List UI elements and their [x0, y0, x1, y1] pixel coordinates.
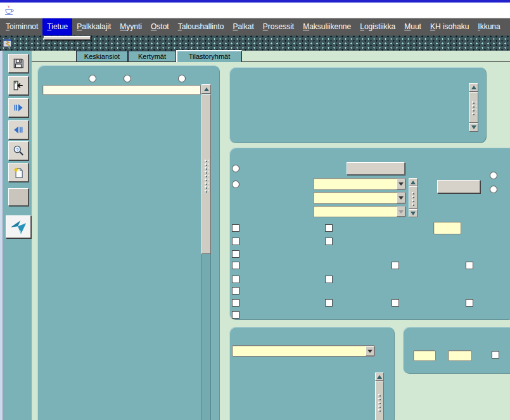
chevron-down-icon	[398, 210, 404, 216]
ilmoitus-select[interactable]	[232, 345, 375, 357]
valitse-palkkalajit-button[interactable]	[347, 162, 405, 175]
arvo-radio-1[interactable]	[490, 172, 497, 179]
previous-record-button[interactable]	[8, 120, 29, 139]
yhteissummaan-3-checkbox[interactable]	[325, 276, 333, 283]
luokka-scroll-up-button[interactable]	[409, 178, 418, 186]
palkkalajiluokat-radio[interactable]	[232, 181, 239, 188]
menubar-item[interactable]: Ikkuna	[473, 18, 504, 35]
new-record-button[interactable]	[8, 163, 29, 182]
tab-kertymät[interactable]: Kertymät	[128, 51, 176, 61]
search-button[interactable]: ?	[8, 141, 29, 160]
menubar-item[interactable]: Palkat	[228, 18, 258, 35]
dropdown-button[interactable]	[366, 346, 374, 356]
jarjestys-input[interactable]	[433, 222, 461, 234]
valitut-palkkalajit-radio[interactable]	[232, 165, 239, 172]
exit-button[interactable]	[8, 76, 29, 95]
luokka-select-2[interactable]	[313, 192, 406, 204]
magnifier-question-icon: ?	[13, 145, 24, 156]
tab-strip-baseline	[32, 61, 510, 62]
tilastoryhma-panel	[229, 148, 510, 320]
menubar-item[interactable]: Muut	[400, 18, 426, 35]
menubar-item[interactable]: Taloushallinto	[174, 18, 229, 35]
palkkatodistuksessa-checkbox[interactable]	[232, 287, 239, 295]
p-button[interactable]	[8, 188, 29, 206]
arrow-down-icon	[411, 212, 416, 215]
arrow-left-icon	[13, 124, 24, 136]
next-record-button[interactable]	[8, 98, 29, 117]
arvo-radio-2[interactable]	[490, 186, 497, 193]
luokka-select-3[interactable]	[313, 206, 406, 217]
palkkalaji-list-panel	[37, 65, 220, 420]
tulorekisteri-checkbox[interactable]	[232, 311, 239, 319]
menubar-item[interactable]: KH isohaku	[426, 18, 473, 35]
exit-door-icon	[13, 80, 24, 91]
filter-radio-kaikki[interactable]	[89, 75, 96, 82]
arrow-up-icon	[377, 375, 382, 379]
palkkatapahtumat-2-checkbox[interactable]	[392, 299, 399, 307]
menubar-item[interactable]: Ostot	[146, 18, 174, 35]
chevron-down-icon	[367, 350, 373, 355]
rajaaminen-checkbox[interactable]	[492, 351, 499, 359]
valvontailmoituksessa-checkbox[interactable]	[232, 262, 239, 269]
scrollbar-grip	[377, 393, 382, 412]
visma-logo-button[interactable]	[6, 215, 31, 238]
yhteissummaan-1-checkbox[interactable]	[325, 224, 333, 232]
menubar-item[interactable]: Prosessit	[258, 18, 298, 35]
arrow-up-icon	[471, 86, 476, 89]
menubar-item[interactable]: Maksuliikenne	[298, 18, 355, 35]
list-search-input[interactable]	[42, 85, 201, 95]
tan-maksut-2-checkbox[interactable]	[466, 299, 473, 307]
menubar-item[interactable]: Logistiikka	[355, 18, 400, 35]
selite-panel	[229, 67, 487, 143]
screen: Toiminnot Tietue Palkkalajit Myynti Osto…	[0, 0, 510, 420]
nuorin-input[interactable]	[413, 350, 436, 361]
selite-scrollbar-thumb[interactable]	[469, 92, 478, 123]
list-scrollbar-thumb[interactable]	[201, 94, 211, 254]
filter-radio-muut[interactable]	[178, 75, 186, 82]
dropdown-button[interactable]	[397, 207, 405, 217]
dropdown-button[interactable]	[397, 193, 405, 203]
luokka-select-1[interactable]	[313, 178, 406, 190]
vanhin-input[interactable]	[448, 350, 472, 361]
list-scroll-up-button[interactable]	[201, 84, 211, 94]
selite-scroll-up-button[interactable]	[469, 83, 478, 92]
tan-maksut-1-checkbox[interactable]	[466, 262, 473, 269]
arrow-down-icon	[471, 125, 476, 129]
ilmoitus-scroll-up-button[interactable]	[375, 372, 384, 381]
rajaaminen-panel	[403, 327, 510, 374]
luokka-scrollbar-thumb[interactable]	[409, 186, 418, 209]
form-window-icon	[3, 38, 13, 48]
palkkatapahtumat-1-checkbox[interactable]	[392, 262, 399, 269]
menubar: Toiminnot Tietue Palkkalajit Myynti Osto…	[0, 18, 510, 35]
new-document-icon	[13, 167, 24, 178]
menubar-item[interactable]: Tietue	[42, 18, 72, 35]
java-icon	[4, 5, 14, 15]
floppy-icon	[13, 58, 24, 69]
filter-radio-tulorekisteri[interactable]	[124, 75, 131, 82]
menubar-item[interactable]: Myynti	[115, 18, 146, 35]
tab-tilastoryhmät[interactable]: Tilastoryhmät	[176, 50, 242, 62]
palkkalistassa-checkbox[interactable]	[232, 238, 239, 245]
menubar-item[interactable]: Toiminnot	[1, 18, 42, 35]
dropdown-button[interactable]	[397, 179, 405, 189]
yhteissummaan-4-checkbox[interactable]	[325, 299, 333, 307]
scrollbar-grip	[203, 158, 209, 193]
poikkeukset-button[interactable]	[437, 180, 480, 193]
arrow-up-icon	[411, 181, 416, 184]
ilmoitus-scrollbar-thumb[interactable]	[375, 381, 384, 420]
selite-scroll-down-button[interactable]	[469, 123, 478, 132]
palkkalaskelmassa-checkbox[interactable]	[232, 224, 239, 232]
kirjanpitoyhteenvedossa-checkbox[interactable]	[232, 250, 239, 258]
menubar-item[interactable]: Palkkalajit	[72, 18, 115, 35]
left-toolbar: ?	[3, 51, 32, 420]
visma-logo-icon	[10, 219, 27, 235]
luokka-scroll-down-button[interactable]	[409, 209, 418, 217]
app-titlebar	[0, 3, 510, 18]
tilityksissa-checkbox[interactable]	[232, 299, 239, 307]
yhteissummaan-2-checkbox[interactable]	[325, 238, 333, 245]
scrollbar-grip	[471, 100, 476, 115]
tab-keskiansiot[interactable]: Keskiansiot	[76, 51, 128, 61]
palkkakortissa-checkbox[interactable]	[232, 276, 239, 283]
save-button[interactable]	[8, 54, 29, 73]
tietue-context-menu	[44, 36, 91, 40]
